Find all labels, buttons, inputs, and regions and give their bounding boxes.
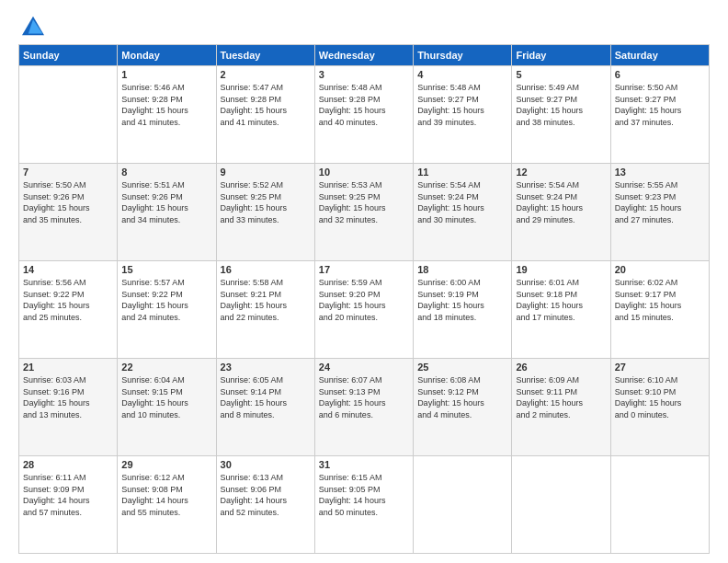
cell-content: Sunrise: 5:58 AMSunset: 9:21 PMDaylight:… bbox=[221, 277, 311, 323]
cell-line: Daylight: 15 hours bbox=[417, 105, 507, 117]
cell-content: Sunrise: 6:03 AMSunset: 9:16 PMDaylight:… bbox=[23, 374, 113, 420]
cell-line: Daylight: 15 hours bbox=[121, 300, 211, 312]
day-number: 29 bbox=[121, 459, 211, 470]
cell-line: Sunrise: 6:07 AM bbox=[319, 374, 409, 386]
day-number: 15 bbox=[121, 264, 211, 275]
calendar-cell: 3Sunrise: 5:48 AMSunset: 9:28 PMDaylight… bbox=[314, 66, 413, 164]
cell-content: Sunrise: 5:50 AMSunset: 9:27 PMDaylight:… bbox=[615, 82, 705, 128]
cell-line: Daylight: 15 hours bbox=[417, 300, 507, 312]
cell-content: Sunrise: 5:51 AMSunset: 9:26 PMDaylight:… bbox=[121, 179, 211, 225]
calendar-cell bbox=[19, 66, 118, 164]
cell-line: Sunset: 9:27 PM bbox=[516, 94, 606, 106]
cell-line: and 25 minutes. bbox=[23, 312, 113, 324]
day-number: 14 bbox=[23, 264, 113, 275]
cell-content: Sunrise: 5:53 AMSunset: 9:25 PMDaylight:… bbox=[319, 179, 409, 225]
cell-line: Sunset: 9:09 PM bbox=[23, 484, 113, 496]
cell-line: Daylight: 15 hours bbox=[615, 105, 705, 117]
week-row-2: 7Sunrise: 5:50 AMSunset: 9:26 PMDaylight… bbox=[19, 164, 710, 261]
calendar-cell: 2Sunrise: 5:47 AMSunset: 9:28 PMDaylight… bbox=[216, 66, 314, 164]
cell-line: and 32 minutes. bbox=[319, 214, 409, 226]
calendar-cell: 22Sunrise: 6:04 AMSunset: 9:15 PMDayligh… bbox=[118, 359, 216, 456]
cell-line: and 18 minutes. bbox=[417, 312, 507, 324]
cell-line: Daylight: 15 hours bbox=[221, 397, 311, 409]
cell-line: and 35 minutes. bbox=[23, 214, 113, 226]
cell-line: and 27 minutes. bbox=[615, 214, 705, 226]
cell-line: Sunset: 9:26 PM bbox=[23, 191, 113, 203]
cell-line: and 41 minutes. bbox=[221, 117, 311, 129]
day-number: 10 bbox=[319, 167, 409, 178]
cell-line: Daylight: 15 hours bbox=[516, 105, 606, 117]
calendar-cell: 18Sunrise: 6:00 AMSunset: 9:19 PMDayligh… bbox=[414, 261, 512, 359]
cell-content: Sunrise: 6:08 AMSunset: 9:12 PMDaylight:… bbox=[417, 374, 507, 420]
cell-content: Sunrise: 5:46 AMSunset: 9:28 PMDaylight:… bbox=[121, 82, 211, 128]
cell-line: Sunset: 9:18 PM bbox=[516, 289, 606, 301]
calendar-cell: 29Sunrise: 6:12 AMSunset: 9:08 PMDayligh… bbox=[118, 456, 216, 554]
cell-line: Sunset: 9:16 PM bbox=[23, 386, 113, 398]
day-number: 13 bbox=[615, 167, 705, 178]
cell-content: Sunrise: 5:48 AMSunset: 9:28 PMDaylight:… bbox=[319, 82, 409, 128]
cell-content: Sunrise: 6:11 AMSunset: 9:09 PMDaylight:… bbox=[23, 472, 113, 518]
cell-line: and 41 minutes. bbox=[121, 117, 211, 129]
cell-line: Daylight: 15 hours bbox=[319, 105, 409, 117]
day-number: 31 bbox=[319, 459, 409, 470]
day-number: 5 bbox=[516, 69, 606, 80]
header-cell-tuesday: Tuesday bbox=[216, 45, 314, 66]
cell-line: and 20 minutes. bbox=[319, 312, 409, 324]
cell-line: and 13 minutes. bbox=[23, 409, 113, 421]
header-row: SundayMondayTuesdayWednesdayThursdayFrid… bbox=[19, 45, 710, 66]
cell-line: and 38 minutes. bbox=[516, 117, 606, 129]
cell-line: Daylight: 15 hours bbox=[221, 300, 311, 312]
cell-line: Sunrise: 5:48 AM bbox=[319, 82, 409, 94]
cell-line: Sunrise: 6:11 AM bbox=[23, 472, 113, 484]
cell-line: Daylight: 15 hours bbox=[615, 397, 705, 409]
header-cell-saturday: Saturday bbox=[610, 45, 709, 66]
cell-line: and 57 minutes. bbox=[23, 507, 113, 519]
calendar-cell: 9Sunrise: 5:52 AMSunset: 9:25 PMDaylight… bbox=[216, 164, 314, 261]
cell-content: Sunrise: 6:13 AMSunset: 9:06 PMDaylight:… bbox=[221, 472, 311, 518]
day-number: 22 bbox=[121, 362, 211, 373]
header bbox=[18, 15, 710, 37]
cell-line: Daylight: 15 hours bbox=[23, 202, 113, 214]
cell-line: Sunset: 9:22 PM bbox=[121, 289, 211, 301]
cell-line: Sunset: 9:28 PM bbox=[221, 94, 311, 106]
cell-line: Daylight: 15 hours bbox=[516, 202, 606, 214]
week-row-1: 1Sunrise: 5:46 AMSunset: 9:28 PMDaylight… bbox=[19, 66, 710, 164]
day-number: 3 bbox=[319, 69, 409, 80]
cell-line: and 34 minutes. bbox=[121, 214, 211, 226]
cell-line: Sunset: 9:25 PM bbox=[319, 191, 409, 203]
calendar-table: SundayMondayTuesdayWednesdayThursdayFrid… bbox=[18, 44, 710, 554]
cell-line: Sunrise: 6:09 AM bbox=[516, 374, 606, 386]
cell-line: Daylight: 15 hours bbox=[319, 202, 409, 214]
day-number: 21 bbox=[23, 362, 113, 373]
cell-line: Sunset: 9:06 PM bbox=[221, 484, 311, 496]
cell-content: Sunrise: 6:00 AMSunset: 9:19 PMDaylight:… bbox=[417, 277, 507, 323]
day-number: 25 bbox=[417, 362, 507, 373]
cell-line: Daylight: 14 hours bbox=[121, 495, 211, 507]
day-number: 17 bbox=[319, 264, 409, 275]
cell-line: Daylight: 15 hours bbox=[615, 300, 705, 312]
cell-line: Daylight: 15 hours bbox=[319, 397, 409, 409]
cell-line: Sunset: 9:12 PM bbox=[417, 386, 507, 398]
cell-line: Sunrise: 5:50 AM bbox=[615, 82, 705, 94]
cell-content: Sunrise: 6:15 AMSunset: 9:05 PMDaylight:… bbox=[319, 472, 409, 518]
calendar-cell: 21Sunrise: 6:03 AMSunset: 9:16 PMDayligh… bbox=[19, 359, 118, 456]
calendar-cell: 24Sunrise: 6:07 AMSunset: 9:13 PMDayligh… bbox=[314, 359, 413, 456]
cell-line: and 52 minutes. bbox=[221, 507, 311, 519]
cell-line: Sunrise: 6:12 AM bbox=[121, 472, 211, 484]
calendar-cell: 27Sunrise: 6:10 AMSunset: 9:10 PMDayligh… bbox=[610, 359, 709, 456]
day-number: 11 bbox=[417, 167, 507, 178]
cell-line: Sunset: 9:24 PM bbox=[417, 191, 507, 203]
cell-line: Sunset: 9:24 PM bbox=[516, 191, 606, 203]
cell-line: Sunset: 9:27 PM bbox=[615, 94, 705, 106]
cell-line: Daylight: 15 hours bbox=[121, 202, 211, 214]
cell-line: Sunrise: 6:04 AM bbox=[121, 374, 211, 386]
day-number: 8 bbox=[121, 167, 211, 178]
cell-line: Sunrise: 5:52 AM bbox=[221, 179, 311, 191]
day-number: 30 bbox=[221, 459, 311, 470]
day-number: 9 bbox=[221, 167, 311, 178]
calendar-body: 1Sunrise: 5:46 AMSunset: 9:28 PMDaylight… bbox=[19, 66, 710, 554]
cell-line: Sunrise: 6:05 AM bbox=[221, 374, 311, 386]
cell-line: and 17 minutes. bbox=[516, 312, 606, 324]
week-row-3: 14Sunrise: 5:56 AMSunset: 9:22 PMDayligh… bbox=[19, 261, 710, 359]
cell-line: Daylight: 15 hours bbox=[221, 202, 311, 214]
